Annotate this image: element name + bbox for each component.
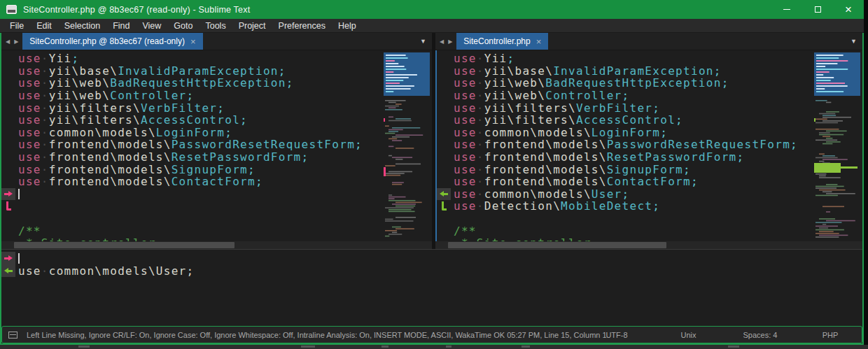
tab-prev-icon[interactable]: ◀ [440,38,444,45]
diff-marker-left-arrow [4,268,13,273]
gutter-cell [437,101,451,114]
code-line: use·Yii; [1,52,432,65]
gutter-cell [1,114,15,127]
code-text: * Site controller [451,236,592,241]
left-pane: ◀ ▶ SiteController.php @ 8b3ec67 (read-o… [1,33,432,249]
code-text: use·frontend\models\PasswordResetRequest… [15,138,363,151]
code-line [1,213,432,225]
code-line: /** [1,225,432,237]
code-line [1,188,432,201]
gutter-cell [437,52,451,65]
diff-output-panel[interactable]: use·common\models\User; [1,249,862,326]
status-line-endings[interactable]: Unix [655,331,722,339]
code-text: use·common\models\User; [15,264,194,278]
menu-item-goto[interactable]: Goto [167,19,199,32]
gutter-cell [1,65,15,78]
gutter-cell [437,138,451,151]
menu-item-file[interactable]: File [4,19,30,32]
code-line: use·yii\web\Controller; [1,90,432,102]
code-text: use·yii\base\InvalidParamException; [451,64,722,78]
code-text: use·yii\web\BadRequestHttpException; [15,76,294,90]
tab-list-dropdown-icon[interactable]: ▼ [850,38,862,45]
menu-item-project[interactable]: Project [232,19,272,32]
status-message: Left Line Missing, Ignore CR/LF: On, Ign… [27,331,607,339]
gutter-cell [1,52,15,65]
right-hscroll-thumb[interactable] [448,242,666,248]
tab-close-icon[interactable]: × [536,37,542,46]
code-line: use·yii\base\InvalidParamException; [1,65,432,78]
gutter-cell [437,188,451,201]
title-bar[interactable]: SiteController.php @ 8b3ec67 (read-only)… [0,0,864,19]
diff-marker-right-arrow [4,255,13,261]
menu-item-find[interactable]: Find [106,19,136,32]
gutter-cell [1,264,15,277]
code-text: use·yii\web\BadRequestHttpException; [451,76,729,90]
code-line: use·yii\web\BadRequestHttpException; [437,77,862,90]
menu-item-tools[interactable]: Tools [199,19,232,32]
window-controls: × [771,0,864,19]
tab-scroll-arrows: ◀ ▶ [435,33,456,50]
text-cursor [18,189,20,199]
code-text: use·yii\base\InvalidParamException; [15,64,286,78]
menu-item-edit[interactable]: Edit [30,19,58,32]
right-hscrollbar[interactable] [435,241,862,249]
background-artifact [301,346,315,348]
left-editor[interactable]: use·Yii;use·yii\base\InvalidParamExcepti… [1,50,432,241]
tab-close-icon[interactable]: × [190,37,196,46]
gutter-cell [1,225,15,237]
diff-panel-lines: use·common\models\User; [1,252,862,277]
right-editor[interactable]: use·Yii;use·yii\base\InvalidParamExcepti… [435,50,862,241]
code-line: /** [437,225,862,237]
code-line: use·yii\filters\AccessControl; [437,114,862,127]
minimize-icon [783,9,790,10]
gutter-cell [1,151,15,164]
left-minimap[interactable] [384,51,430,240]
tab-next-icon[interactable]: ▶ [14,38,18,45]
gutter-cell [1,77,15,90]
gutter-cell [437,65,451,78]
tab-sitecontroller-readonly[interactable]: SiteController.php @ 8b3ec67 (read-only)… [22,33,202,50]
status-panel-icon[interactable] [8,332,18,339]
tab-scroll-arrows: ◀ ▶ [1,33,22,50]
code-text: use·common\models\LoginForm; [15,126,232,139]
background-artifact [382,346,388,348]
editor-group: ◀ ▶ SiteController.php @ 8b3ec67 (read-o… [1,33,862,249]
diff-marker-left-arrow [440,191,448,197]
menu-item-selection[interactable]: Selection [58,19,106,32]
close-button[interactable]: × [833,0,864,19]
tab-prev-icon[interactable]: ◀ [6,38,10,45]
code-text: use·Yii; [451,52,515,65]
menu-item-help[interactable]: Help [332,19,363,32]
menu-item-view[interactable]: View [136,19,167,32]
code-text: use·yii\filters\VerbFilter; [15,101,225,115]
code-line: use·yii\web\Controller; [437,90,862,102]
left-hscroll-thumb[interactable] [14,242,234,248]
code-text: use·yii\web\Controller; [15,89,194,102]
gutter-cell [437,127,451,139]
left-hscrollbar[interactable] [1,241,432,249]
code-text: use·frontend\models\ResetPasswordForm; [451,150,744,164]
tab-list-dropdown-icon[interactable]: ▼ [420,38,432,45]
code-line [1,252,862,264]
gutter-cell [1,213,15,225]
diff-marker-right-arrow [4,191,13,197]
status-indentation[interactable]: Spaces: 4 [722,331,799,339]
status-encoding[interactable]: UTF-8 [578,331,655,339]
code-text: /** [451,225,477,238]
status-right-fields: UTF-8 Unix Spaces: 4 PHP [578,327,862,343]
background-artifact [78,346,90,348]
code-text: use·frontend\models\SignupForm; [15,163,255,176]
gutter-cell [437,151,451,164]
gutter-cell [1,188,15,201]
tab-next-icon[interactable]: ▶ [448,38,452,45]
minimize-button[interactable] [771,0,802,19]
maximize-button[interactable] [802,0,833,19]
code-text: use·frontend\models\ContactForm; [451,175,699,188]
gutter-cell [437,200,451,213]
background-artifact [522,346,530,348]
status-syntax[interactable]: PHP [799,331,862,339]
menu-item-preferences[interactable]: Preferences [272,19,332,32]
tab-sitecontroller[interactable]: SiteController.php × [456,33,548,50]
code-text: use·yii\web\Controller; [451,89,629,102]
right-minimap[interactable] [814,51,860,240]
